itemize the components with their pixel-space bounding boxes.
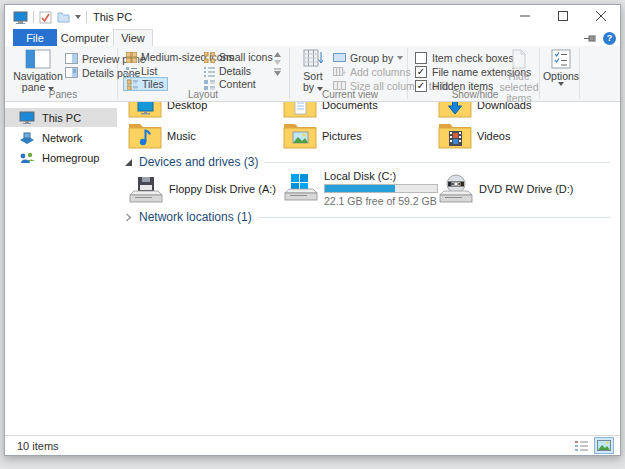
tab-computer[interactable]: Computer [59,29,111,46]
collapse-collapsed-icon [124,213,133,222]
help-button[interactable]: ? [603,32,616,45]
group-by-button[interactable]: Group by [333,51,403,64]
group-label-current-view: Current view [295,89,405,100]
separator [86,11,87,23]
layout-small-icons[interactable]: Small icons [201,50,276,64]
dropdown-arrow-icon [558,82,564,86]
small-icons-icon [204,52,215,63]
tiles-icon [127,79,138,90]
large-icons-view-button[interactable] [594,437,614,454]
navigation-pane: OneDrive This PC Network Homegroup [5,102,121,435]
close-button[interactable] [582,5,620,27]
checkbox-icon [415,52,427,64]
sort-by-icon [303,49,323,69]
maximize-button[interactable] [544,5,582,27]
pictures-folder-icon [283,121,317,151]
pin-ribbon-icon[interactable] [583,33,596,44]
group-label-panes: Panes [13,89,113,100]
group-by-icon [333,52,346,63]
floppy-drive-icon [128,174,164,204]
separator [33,11,34,23]
tile-videos[interactable]: Videos [438,114,588,158]
disk-usage-bar [324,184,438,193]
tile-pictures[interactable]: Pictures [283,114,433,158]
details-pane-icon [65,67,78,78]
ribbon-tab-row: File Computer View ? [5,29,620,46]
layout-list[interactable]: List [123,64,160,78]
layout-scroll-up-icon[interactable] [274,52,281,57]
sort-by-button[interactable]: Sort by [297,49,329,93]
music-folder-icon [128,121,162,151]
title-bar: This PC [5,5,620,29]
group-label-show-hide: Show/hide [415,89,535,100]
preview-pane-icon [65,53,78,64]
sidebar-item-network[interactable]: Network [5,128,117,147]
file-list: Desktop Documents Downloads Music Pictur… [122,102,616,435]
group-label-layout: Layout [123,89,283,100]
group-header-devices[interactable]: Devices and drives (3) [124,155,610,169]
layout-details[interactable]: Details [201,64,254,78]
add-columns-icon [333,66,346,77]
hide-selected-icon [509,49,529,69]
group-header-network-locations[interactable]: Network locations (1) [124,210,610,224]
list-icon [126,66,137,77]
layout-more-icon[interactable] [273,68,282,76]
disk-usage-caption: 22.1 GB free of 59.2 GB [324,195,438,207]
window-title: This PC [93,11,132,23]
dvd-drive-icon: DVD [438,174,474,204]
properties-button[interactable] [39,11,52,24]
file-explorer-window: This PC File Computer View ? Navigation … [4,4,621,456]
details-icon [204,66,215,77]
quick-access-toolbar [5,11,87,24]
this-pc-icon [13,11,28,24]
ribbon-view-panel: Navigation pane Preview pane Details pan… [5,46,620,102]
content-icon [204,79,215,90]
options-icon [551,49,571,69]
checkbox-icon: ✓ [415,66,427,78]
onedrive-icon [19,102,36,104]
new-folder-button[interactable] [57,11,70,23]
item-count: 10 items [5,440,59,452]
add-columns-button[interactable]: Add columns [333,65,421,78]
status-bar: 10 items [5,435,620,455]
content-area: OneDrive This PC Network Homegroup Deskt… [5,102,620,435]
homegroup-icon [19,151,35,164]
sidebar-item-this-pc[interactable]: This PC [5,108,117,127]
sidebar-item-homegroup[interactable]: Homegroup [5,148,117,167]
tile-floppy-drive[interactable]: Floppy Disk Drive (A:) [128,170,288,208]
drive-name: Local Disk (C:) [324,170,438,182]
options-button[interactable]: Options [545,49,577,86]
tile-dvd-drive[interactable]: DVD DVD RW Drive (D:) [438,170,598,208]
videos-folder-icon [438,121,472,151]
tile-music[interactable]: Music [128,114,278,158]
local-disk-icon [283,172,319,202]
medium-icons-icon [126,52,137,63]
sidebar-item-onedrive[interactable]: OneDrive [5,102,117,106]
this-pc-icon [19,111,35,124]
dropdown-arrow-icon [397,56,403,60]
navigation-pane-button[interactable]: Navigation pane [13,49,63,93]
collapse-expanded-icon [124,158,133,167]
disk-usage-fill [325,185,395,192]
navigation-pane-icon [25,49,51,69]
tab-file[interactable]: File [13,29,57,46]
minimize-button[interactable] [506,5,544,27]
tab-view[interactable]: View [113,29,153,46]
details-view-button[interactable] [571,437,591,454]
qat-customize-dropdown-icon[interactable] [75,15,81,19]
layout-scroll-down-icon[interactable] [274,60,281,65]
network-icon [19,131,35,144]
